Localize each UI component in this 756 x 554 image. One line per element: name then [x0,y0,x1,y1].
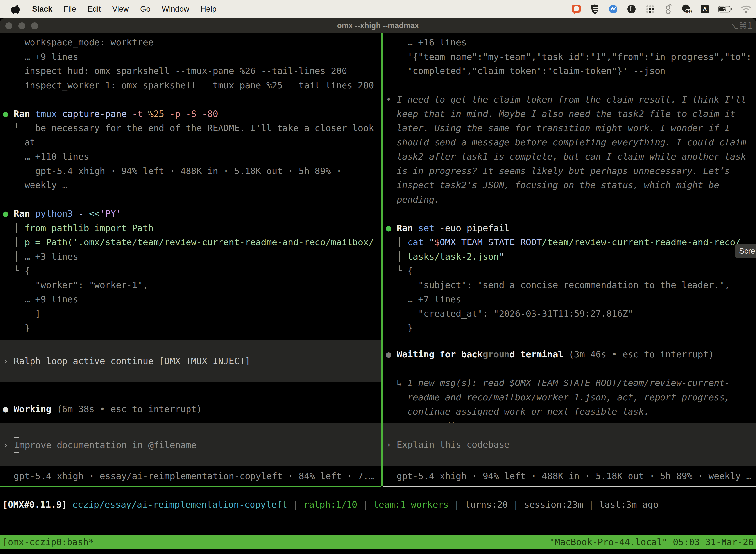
terminal-line: should send a message before completing … [386,135,756,150]
working-status: ● Working (6m 38s • esc to interrupt) [0,402,381,416]
terminal-line: ] [3,307,381,321]
window-title-bar[interactable]: omx --xhigh --madmax ⌥⌘1 [0,18,756,33]
terminal-line: … +9 lines [3,292,381,307]
ralph-loop-text: › Ralph loop active continue [OMX_TMUX_I… [3,354,250,368]
terminal-line: └ be necessary for the end of the README… [3,121,381,135]
right-pane-bottom-border [383,486,756,487]
ralph-loop-banner: › Ralph loop active continue [OMX_TMUX_I… [0,340,381,382]
tmux-pane-right[interactable]: … +16 lines '{"team_name":"my-team","tas… [383,33,756,486]
screenshot-tooltip: Scre [735,244,756,258]
terminal-line [3,192,381,207]
menu-bar-left: Slack File Edit View Go Window Help [0,4,216,15]
stats-circle-icon[interactable] [608,4,619,15]
screenshot-tooltip-label: Scre [739,244,755,258]
badge-count-text: ..61 [686,10,691,13]
menu-item-app[interactable]: Slack [32,5,52,14]
terminal-line: "completed","claim_token":"claim-token"}… [386,64,756,78]
count-badge-icon[interactable]: ..61 [681,4,692,15]
terminal-line: … +9 lines [3,50,381,64]
right-prompt-text: › Explain this codebase [386,437,510,452]
terminal-line: } [386,321,756,335]
svg-text:A: A [703,6,707,13]
terminal-line: "worker": "worker-1", [3,278,381,292]
input-source-icon[interactable]: A [699,4,710,15]
window-title: omx --xhigh --madmax [0,18,756,33]
omx-status-line: [OMX#0.11.9] cczip/essay/ai-reimplementa… [0,497,756,512]
terminal-line: inspect_worker-1: omx sparkshell --tmux-… [3,78,381,93]
terminal-line [386,207,756,221]
left-prompt-text: › Improve documentation in @filename [3,437,197,452]
moon-arc-icon[interactable] [626,4,637,15]
menu-item-file[interactable]: File [64,5,76,14]
terminal-line: continue assigned work or next feasible … [386,404,756,419]
terminal-window: omx --xhigh --madmax ⌥⌘1 workspace_mode:… [0,18,756,554]
menu-item-window[interactable]: Window [162,5,189,14]
left-pane-bottom-border [0,486,381,487]
hook-figure-icon[interactable] [663,4,674,15]
menu-item-edit[interactable]: Edit [87,5,101,14]
right-prompt-input[interactable]: › Explain this codebase [383,423,756,466]
terminal-line: task2 after task1 is complete, but can I… [386,150,756,164]
terminal-line: later. Using the same for transition mig… [386,121,756,135]
tmux-session-name: [omx-cczip0:bash* [2,535,94,549]
tmux-host-clock: "MacBook-Pro-44.local" 05:03 31-Mar-26 [549,535,754,549]
menu-bar-status-icons: ..61 A [571,4,756,15]
terminal-line: └ { [3,264,381,278]
terminal-line: } [3,321,381,335]
terminal-line: • I need to get the claim token from the… [386,92,756,107]
macos-menu-bar: Slack File Edit View Go Window Help ..61 [0,0,756,18]
apple-menu-icon[interactable] [10,4,21,15]
terminal-line: │ … +3 lines [3,250,381,264]
terminal-line [386,78,756,93]
terminal-line: │ from pathlib import Path [3,221,381,235]
terminal-line: "created_at": "2026-03-31T11:59:27.816Z" [386,307,756,321]
terminal-line [3,92,381,107]
terminal-line: … +7 lines [386,292,756,307]
terminal-line: … +110 lines [3,150,381,164]
wifi-icon[interactable] [741,4,752,15]
tmux-pane-left[interactable]: workspace_mode: worktree … +9 lines insp… [0,33,381,486]
menu-item-help[interactable]: Help [201,5,216,14]
terminal-line: inspect task2's JSON, focusing on the st… [386,178,756,192]
terminal-line: │ cat "$OMX_TEAM_STATE_ROOT/team/review-… [386,235,756,250]
terminal-line: ● Ran python3 - <<'PY' [3,207,381,221]
terminal-line: weekly … [3,178,381,192]
terminal-line: │ p = Path('.omx/state/team/review-curre… [3,235,381,250]
right-model-statusline: gpt-5.4 xhigh · 94% left · 488K in · 5.1… [383,469,756,483]
terminal-line: ● Ran tmux capture-pane -t %25 -p -S -80 [3,107,381,121]
terminal-line: workspace_mode: worktree [3,35,381,50]
terminal-line: keep that in mind. Maybe I also need the… [386,107,756,121]
terminal-line: readme-and-reco/mailbox/worker-1.json, a… [386,390,756,404]
terminal-line: '{"team_name":"my-team","task_id":"1","f… [386,50,756,64]
shield-grid-icon[interactable] [589,4,600,15]
terminal-line: "subject": "send a concise recommendatio… [386,278,756,292]
window-shortcut-badge: ⌥⌘1 [729,18,753,33]
terminal-line: gpt-5.4 xhigh · 94% left · 488K in · 5.1… [3,164,381,178]
left-pane-transcript: workspace_mode: worktree … +9 lines insp… [0,35,381,335]
tmux-terminal: workspace_mode: worktree … +9 lines insp… [0,33,756,554]
right-pane-transcript: … +16 lines '{"team_name":"my-team","tas… [383,35,756,335]
chat-badge-icon[interactable] [571,4,582,15]
apple-logo [11,4,19,14]
menu-item-view[interactable]: View [112,5,129,14]
left-prompt-input[interactable]: › Improve documentation in @filename [0,423,381,466]
menu-item-go[interactable]: Go [140,5,150,14]
terminal-line: … +16 lines [386,35,756,50]
terminal-line: └ { [386,264,756,278]
terminal-line: │ tasks/task-2.json" [386,250,756,264]
dots-grid-icon[interactable] [644,4,655,15]
waiting-status: ● Waiting for background terminal (3m 46… [383,347,756,362]
terminal-line: inspect_hud: omx sparkshell --tmux-pane … [3,64,381,78]
terminal-line: is in progress? It seems likely but perh… [386,164,756,178]
tmux-status-bar: [omx-cczip0:bash* "MacBook-Pro-44.local"… [0,535,756,549]
terminal-line: ↳ 1 new msg(s): read $OMX_TEAM_STATE_ROO… [386,376,756,390]
left-model-statusline: gpt-5.4 xhigh · essay/ai-reimplementatio… [0,469,381,483]
terminal-line: pending. [386,192,756,207]
terminal-line: ● Ran set -euo pipefail [386,221,756,235]
battery-icon[interactable] [718,4,733,15]
terminal-line: at [3,135,381,150]
